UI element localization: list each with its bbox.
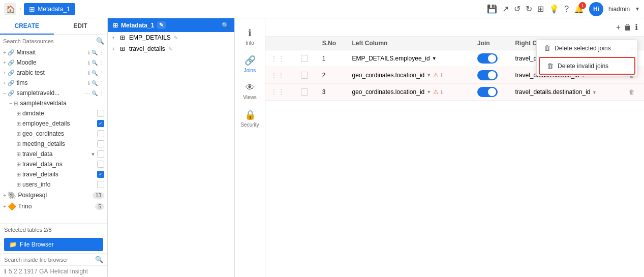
- search-icon: 🔍: [96, 37, 104, 45]
- list-item[interactable]: ⊞ employee_details ✓: [0, 118, 107, 129]
- list-item[interactable]: ⊞ travel_details ✓: [0, 169, 107, 179]
- row-sno: 1: [317, 50, 347, 67]
- dropdown-arrow[interactable]: ▼: [432, 56, 437, 61]
- edit-icon[interactable]: ✎: [174, 35, 178, 41]
- toolbar-actions: + 🗑 ℹ: [616, 22, 638, 32]
- drag-handle[interactable]: ⋮⋮: [265, 67, 296, 84]
- drag-handle[interactable]: ⋮⋮: [265, 84, 296, 101]
- row-left-col: EMP_DETAILS.employee_id ▼: [347, 50, 472, 67]
- table-checkbox[interactable]: [97, 161, 104, 168]
- col-check: [296, 37, 317, 50]
- info-icon[interactable]: ℹ: [441, 89, 443, 96]
- link-icon: 🔗: [8, 49, 15, 56]
- list-item[interactable]: + ⊞ EMP_DETAILS ✎: [108, 32, 234, 43]
- list-item[interactable]: + ⊞ travel_details ✎: [108, 43, 234, 54]
- views-icon: 👁: [246, 82, 255, 93]
- edit-icon[interactable]: ✎: [168, 46, 172, 52]
- item-label: sampletraveldata: [20, 100, 104, 107]
- user-dropdown-arrow[interactable]: ▼: [635, 6, 640, 12]
- user-avatar[interactable]: Hi: [589, 2, 603, 16]
- list-item[interactable]: + 🔗 Minsait ℹ 🔍 ⋮: [0, 47, 107, 57]
- row-sno: 2: [317, 67, 347, 84]
- list-item[interactable]: ⊞ travel_data ▼: [0, 149, 107, 159]
- add-join-icon[interactable]: +: [616, 23, 621, 32]
- row-join-toggle[interactable]: [472, 84, 510, 101]
- dropdown-arrow[interactable]: ▼: [426, 89, 431, 95]
- item-label: geo_cordinates: [22, 130, 96, 137]
- help-icon[interactable]: ?: [564, 5, 569, 14]
- info-icon[interactable]: ℹ: [441, 72, 443, 79]
- list-item[interactable]: + 🔶 Trino 5: [0, 201, 107, 212]
- row-join-toggle[interactable]: [472, 67, 510, 84]
- nav-security[interactable]: 🔒 Security: [235, 105, 265, 132]
- delete-selected-joins-item[interactable]: 🗑 Delete selected joins: [537, 40, 637, 56]
- joins-toolbar: + 🗑 ℹ: [265, 18, 644, 37]
- drag-handle[interactable]: ⋮⋮: [265, 50, 296, 67]
- row-delete[interactable]: 🗑: [624, 84, 644, 101]
- item-label: travel_data_ns: [22, 161, 96, 168]
- list-item[interactable]: − ⊞ sampletraveldata: [0, 98, 107, 108]
- dropdown-arrow[interactable]: ▼: [426, 73, 431, 78]
- table-checkbox[interactable]: [97, 140, 104, 147]
- list-item[interactable]: + 🔗 Moodle ℹ 🔍 ⋮: [0, 57, 107, 68]
- expand-icon: +: [112, 46, 118, 52]
- search-icon[interactable]: 🔍: [222, 22, 229, 29]
- app-title[interactable]: ⊞ Metadata_1: [24, 3, 75, 15]
- notification-icon[interactable]: 🔔 1: [574, 4, 584, 14]
- item-actions: ℹ 🔍 ⋮: [88, 60, 104, 66]
- nav-joins[interactable]: 🔗 Joins: [235, 51, 265, 77]
- layout-icon[interactable]: ⊞: [537, 4, 544, 14]
- datasource-search-input[interactable]: [3, 38, 96, 44]
- notification-badge: 1: [579, 2, 586, 9]
- dropdown-arrow[interactable]: ▼: [592, 90, 597, 95]
- table-checkbox[interactable]: [97, 110, 104, 117]
- bulb-icon[interactable]: 💡: [549, 4, 559, 14]
- undo-icon[interactable]: ↺: [514, 4, 520, 14]
- table-icon: ⊞: [16, 131, 21, 137]
- link-icon: 🔗: [8, 70, 15, 76]
- tab-edit[interactable]: EDIT: [54, 18, 108, 35]
- redo-icon[interactable]: ↻: [526, 4, 532, 14]
- row-checkbox[interactable]: [296, 84, 317, 101]
- table-checkbox[interactable]: [97, 150, 104, 158]
- list-item[interactable]: ⊞ travel_data_ns: [0, 159, 107, 169]
- table-checkbox[interactable]: ✓: [97, 120, 104, 127]
- table-checkbox[interactable]: [97, 181, 104, 188]
- row-left-col: geo_cordinates.location_id ▼ ⚠ ℹ: [347, 67, 472, 84]
- main-content: + 🗑 ℹ S.No Left Column Join Right Column: [265, 18, 644, 277]
- list-item[interactable]: + 🔗 arabic test ℹ 🔍 ⋮: [0, 68, 107, 78]
- plus-icon: +: [3, 49, 6, 55]
- folder-icon: ⊞: [14, 100, 18, 107]
- table-checkbox[interactable]: [97, 130, 104, 137]
- delete-invalid-joins-item[interactable]: 🗑 Delete invalid joins: [539, 57, 635, 75]
- list-item[interactable]: ⊞ dimdate: [0, 108, 107, 118]
- list-item[interactable]: ⊞ geo_cordinates: [0, 129, 107, 139]
- list-item[interactable]: + 🔗 tims ℹ 🔍 ⋮: [0, 78, 107, 88]
- list-item[interactable]: ⊞ meeting_details: [0, 139, 107, 149]
- joins-dropdown-menu: 🗑 Delete selected joins 🗑 Delete invalid…: [536, 40, 638, 76]
- list-item[interactable]: + 🐘 Postgresql 13: [0, 190, 107, 201]
- file-search-input[interactable]: [4, 257, 95, 263]
- link-icon: 🔗: [8, 80, 15, 86]
- share-icon[interactable]: ↗: [502, 4, 509, 14]
- row-join-toggle[interactable]: [472, 50, 510, 67]
- file-browser-button[interactable]: 📁 File Browser: [4, 238, 103, 251]
- plus-icon: +: [3, 80, 6, 86]
- list-item[interactable]: − 🔗 sampletraveld... ⋯ 🔍 ⋮: [0, 88, 107, 98]
- left-sidebar: CREATE EDIT 🔍 + 🔗 Minsait ℹ 🔍 ⋮ + 🔗 Mood…: [0, 18, 108, 277]
- item-label: users_info: [22, 181, 96, 188]
- nav-views[interactable]: 👁 Views: [235, 78, 265, 104]
- list-item[interactable]: ⊞ users_info: [0, 179, 107, 190]
- edit-pencil-icon[interactable]: ✎: [157, 21, 166, 29]
- info-icon[interactable]: ℹ: [635, 22, 638, 32]
- nav-info[interactable]: ℹ Info: [235, 23, 265, 50]
- save-icon[interactable]: 💾: [487, 4, 497, 14]
- row-checkbox[interactable]: [296, 50, 317, 67]
- minus-icon: −: [3, 90, 6, 96]
- plus-icon: +: [3, 192, 6, 198]
- delete-join-icon[interactable]: 🗑: [624, 23, 632, 32]
- tab-create[interactable]: CREATE: [0, 18, 54, 35]
- home-icon[interactable]: 🏠: [4, 3, 16, 15]
- row-checkbox[interactable]: [296, 67, 317, 84]
- table-checkbox[interactable]: ✓: [97, 171, 104, 178]
